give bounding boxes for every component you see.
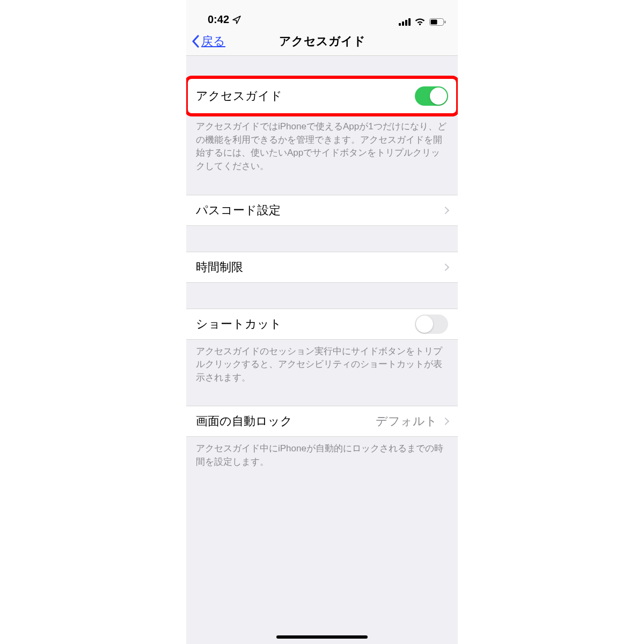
passcode-label: パスコード設定	[196, 202, 281, 218]
back-label: 戻る	[201, 33, 225, 49]
cell-accessory	[443, 208, 448, 213]
svg-rect-2	[405, 20, 407, 26]
shortcut-cell[interactable]: ショートカット	[186, 309, 458, 340]
chevron-left-icon	[192, 35, 200, 48]
location-arrow-icon	[232, 16, 241, 24]
phone-screen: 0:42 戻る アクセスガイド アクセスガイド アクセスガイドではiPhoneで…	[186, 0, 458, 644]
section-gap	[186, 384, 458, 406]
shortcut-toggle[interactable]	[415, 314, 448, 334]
access-guide-cell[interactable]: アクセスガイド	[186, 77, 458, 115]
section-gap	[186, 173, 458, 195]
auto-lock-label: 画面の自動ロック	[196, 413, 292, 429]
svg-rect-5	[431, 19, 437, 24]
auto-lock-cell[interactable]: 画面の自動ロック デフォルト	[186, 406, 458, 437]
cell-accessory	[443, 265, 448, 270]
wifi-icon	[414, 18, 426, 26]
chevron-right-icon	[442, 263, 449, 270]
home-indicator[interactable]	[276, 635, 368, 639]
svg-rect-0	[399, 23, 401, 26]
auto-lock-note: アクセスガイド中にiPhoneが自動的にロックされるまでの時間を設定します。	[186, 437, 458, 469]
shortcut-note: アクセスガイドのセッション実行中にサイドボタンをトリプルクリックすると、アクセシ…	[186, 340, 458, 385]
page-title: アクセスガイド	[186, 33, 458, 49]
auto-lock-value: デフォルト	[376, 413, 437, 429]
cell-accessory: デフォルト	[376, 413, 448, 429]
access-guide-label: アクセスガイド	[196, 88, 282, 104]
shortcut-label: ショートカット	[196, 316, 282, 332]
time-limit-cell[interactable]: 時間制限	[186, 252, 458, 283]
battery-icon	[429, 18, 446, 26]
status-right	[399, 18, 446, 26]
status-left: 0:42	[208, 13, 241, 26]
cellular-signal-icon	[399, 18, 411, 26]
svg-rect-1	[402, 21, 404, 26]
access-guide-note: アクセスガイドではiPhoneで使えるAppが1つだけになり、どの機能を利用でき…	[186, 115, 458, 173]
toggle-knob	[430, 87, 447, 105]
svg-rect-6	[444, 20, 446, 23]
access-guide-toggle[interactable]	[415, 86, 448, 106]
passcode-cell[interactable]: パスコード設定	[186, 195, 458, 226]
back-button[interactable]: 戻る	[192, 33, 225, 49]
chevron-right-icon	[442, 206, 449, 214]
section-gap	[186, 283, 458, 309]
nav-bar: 戻る アクセスガイド	[186, 27, 458, 56]
time-limit-label: 時間制限	[196, 259, 243, 275]
toggle-knob	[416, 316, 433, 333]
status-time: 0:42	[208, 13, 229, 26]
svg-rect-3	[408, 18, 411, 26]
section-gap	[186, 226, 458, 252]
section-gap	[186, 56, 458, 77]
status-bar: 0:42	[186, 0, 458, 27]
chevron-right-icon	[442, 418, 449, 425]
